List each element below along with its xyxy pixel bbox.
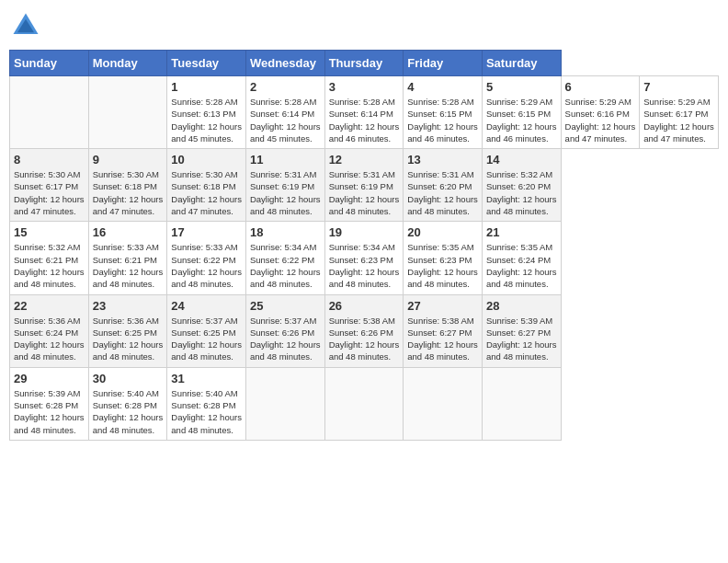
calendar-cell: 17 Sunrise: 5:33 AM Sunset: 6:22 PM Dayl…	[167, 222, 246, 294]
calendar-cell: 1 Sunrise: 5:28 AM Sunset: 6:13 PM Dayli…	[167, 76, 246, 149]
logo	[9, 9, 46, 42]
day-info: Sunrise: 5:30 AM Sunset: 6:18 PM Dayligh…	[171, 168, 242, 217]
day-number: 23	[93, 299, 164, 313]
calendar-cell: 24 Sunrise: 5:37 AM Sunset: 6:25 PM Dayl…	[167, 294, 246, 367]
calendar-cell: 20 Sunrise: 5:35 AM Sunset: 6:23 PM Dayl…	[404, 222, 483, 294]
day-info: Sunrise: 5:30 AM Sunset: 6:18 PM Dayligh…	[93, 168, 164, 217]
calendar-cell: 6 Sunrise: 5:29 AM Sunset: 6:16 PM Dayli…	[561, 76, 640, 149]
day-number: 5	[486, 80, 557, 94]
calendar-cell: 7 Sunrise: 5:29 AM Sunset: 6:17 PM Dayli…	[640, 76, 719, 149]
day-info: Sunrise: 5:38 AM Sunset: 6:26 PM Dayligh…	[329, 315, 400, 363]
calendar-cell	[482, 367, 561, 440]
day-info: Sunrise: 5:33 AM Sunset: 6:22 PM Dayligh…	[171, 241, 242, 290]
day-number: 28	[486, 299, 557, 313]
calendar-cell: 4 Sunrise: 5:28 AM Sunset: 6:15 PM Dayli…	[404, 76, 483, 149]
day-info: Sunrise: 5:31 AM Sunset: 6:19 PM Dayligh…	[250, 168, 321, 217]
calendar-cell: 8 Sunrise: 5:30 AM Sunset: 6:17 PM Dayli…	[10, 149, 89, 222]
day-info: Sunrise: 5:36 AM Sunset: 6:25 PM Dayligh…	[93, 315, 164, 363]
calendar-cell: 9 Sunrise: 5:30 AM Sunset: 6:18 PM Dayli…	[88, 149, 167, 222]
day-number: 17	[171, 225, 242, 239]
day-number: 21	[486, 225, 557, 239]
day-number: 25	[250, 299, 321, 313]
calendar-cell: 14 Sunrise: 5:32 AM Sunset: 6:20 PM Dayl…	[482, 149, 561, 222]
calendar-cell: 28 Sunrise: 5:39 AM Sunset: 6:27 PM Dayl…	[482, 294, 561, 367]
day-number: 1	[171, 80, 242, 94]
calendar-cell: 19 Sunrise: 5:34 AM Sunset: 6:23 PM Dayl…	[324, 222, 404, 294]
calendar-table: SundayMondayTuesdayWednesdayThursdayFrid…	[9, 50, 719, 441]
day-number: 19	[329, 225, 400, 239]
day-number: 6	[565, 80, 636, 94]
calendar-cell: 31 Sunrise: 5:40 AM Sunset: 6:28 PM Dayl…	[167, 367, 246, 440]
header-day-wednesday: Wednesday	[245, 51, 324, 76]
calendar-cell: 15 Sunrise: 5:32 AM Sunset: 6:21 PM Dayl…	[10, 222, 89, 294]
day-info: Sunrise: 5:38 AM Sunset: 6:27 PM Dayligh…	[407, 315, 478, 363]
day-number: 4	[407, 80, 478, 94]
day-number: 31	[171, 372, 242, 385]
day-info: Sunrise: 5:37 AM Sunset: 6:26 PM Dayligh…	[250, 315, 321, 363]
calendar-cell	[88, 76, 167, 149]
day-info: Sunrise: 5:29 AM Sunset: 6:15 PM Dayligh…	[486, 96, 557, 144]
day-info: Sunrise: 5:32 AM Sunset: 6:20 PM Dayligh…	[486, 168, 557, 217]
day-info: Sunrise: 5:35 AM Sunset: 6:24 PM Dayligh…	[486, 241, 557, 290]
day-info: Sunrise: 5:39 AM Sunset: 6:28 PM Dayligh…	[14, 387, 85, 436]
calendar-cell: 3 Sunrise: 5:28 AM Sunset: 6:14 PM Dayli…	[324, 76, 404, 149]
day-info: Sunrise: 5:40 AM Sunset: 6:28 PM Dayligh…	[93, 387, 164, 436]
day-number: 11	[250, 153, 321, 167]
logo-icon	[9, 9, 42, 42]
calendar-cell	[404, 367, 483, 440]
calendar-cell: 29 Sunrise: 5:39 AM Sunset: 6:28 PM Dayl…	[10, 367, 89, 440]
day-number: 22	[14, 299, 85, 313]
calendar-cell: 21 Sunrise: 5:35 AM Sunset: 6:24 PM Dayl…	[482, 222, 561, 294]
calendar-cell: 30 Sunrise: 5:40 AM Sunset: 6:28 PM Dayl…	[88, 367, 167, 440]
day-number: 16	[93, 225, 164, 239]
calendar-cell: 2 Sunrise: 5:28 AM Sunset: 6:14 PM Dayli…	[245, 76, 324, 149]
week-row-4: 22 Sunrise: 5:36 AM Sunset: 6:24 PM Dayl…	[10, 294, 719, 367]
calendar-cell: 13 Sunrise: 5:31 AM Sunset: 6:20 PM Dayl…	[404, 149, 483, 222]
calendar-cell: 26 Sunrise: 5:38 AM Sunset: 6:26 PM Dayl…	[324, 294, 404, 367]
calendar-cell	[324, 367, 404, 440]
day-info: Sunrise: 5:31 AM Sunset: 6:19 PM Dayligh…	[329, 168, 400, 217]
day-number: 12	[329, 153, 400, 167]
day-number: 7	[643, 80, 714, 94]
calendar-cell: 18 Sunrise: 5:34 AM Sunset: 6:22 PM Dayl…	[245, 222, 324, 294]
day-number: 30	[93, 372, 164, 385]
week-row-2: 8 Sunrise: 5:30 AM Sunset: 6:17 PM Dayli…	[10, 149, 719, 222]
day-info: Sunrise: 5:36 AM Sunset: 6:24 PM Dayligh…	[14, 315, 85, 363]
week-row-3: 15 Sunrise: 5:32 AM Sunset: 6:21 PM Dayl…	[10, 222, 719, 294]
day-info: Sunrise: 5:40 AM Sunset: 6:28 PM Dayligh…	[171, 387, 242, 436]
day-info: Sunrise: 5:29 AM Sunset: 6:17 PM Dayligh…	[643, 96, 714, 144]
day-number: 18	[250, 225, 321, 239]
calendar-cell: 5 Sunrise: 5:29 AM Sunset: 6:15 PM Dayli…	[482, 76, 561, 149]
day-info: Sunrise: 5:31 AM Sunset: 6:20 PM Dayligh…	[407, 168, 478, 217]
week-row-5: 29 Sunrise: 5:39 AM Sunset: 6:28 PM Dayl…	[10, 367, 719, 440]
calendar-header: SundayMondayTuesdayWednesdayThursdayFrid…	[10, 51, 719, 76]
day-number: 2	[250, 80, 321, 94]
day-info: Sunrise: 5:28 AM Sunset: 6:14 PM Dayligh…	[250, 96, 321, 144]
header-row: SundayMondayTuesdayWednesdayThursdayFrid…	[10, 51, 719, 76]
header-day-saturday: Saturday	[482, 51, 561, 76]
day-info: Sunrise: 5:28 AM Sunset: 6:14 PM Dayligh…	[329, 96, 400, 144]
calendar-cell: 22 Sunrise: 5:36 AM Sunset: 6:24 PM Dayl…	[10, 294, 89, 367]
calendar-cell	[245, 367, 324, 440]
header-day-tuesday: Tuesday	[167, 51, 246, 76]
day-info: Sunrise: 5:32 AM Sunset: 6:21 PM Dayligh…	[14, 241, 85, 290]
day-number: 27	[407, 299, 478, 313]
calendar-cell: 12 Sunrise: 5:31 AM Sunset: 6:19 PM Dayl…	[324, 149, 404, 222]
day-info: Sunrise: 5:29 AM Sunset: 6:16 PM Dayligh…	[565, 96, 636, 144]
header-day-sunday: Sunday	[10, 51, 89, 76]
header-day-monday: Monday	[88, 51, 167, 76]
day-number: 9	[93, 153, 164, 167]
day-info: Sunrise: 5:37 AM Sunset: 6:25 PM Dayligh…	[171, 315, 242, 363]
day-info: Sunrise: 5:34 AM Sunset: 6:23 PM Dayligh…	[329, 241, 400, 290]
header-day-thursday: Thursday	[324, 51, 404, 76]
calendar-cell: 27 Sunrise: 5:38 AM Sunset: 6:27 PM Dayl…	[404, 294, 483, 367]
calendar-cell: 10 Sunrise: 5:30 AM Sunset: 6:18 PM Dayl…	[167, 149, 246, 222]
calendar-cell	[10, 76, 89, 149]
day-info: Sunrise: 5:28 AM Sunset: 6:13 PM Dayligh…	[171, 96, 242, 144]
day-number: 26	[329, 299, 400, 313]
day-number: 24	[171, 299, 242, 313]
day-number: 8	[14, 153, 85, 167]
day-number: 20	[407, 225, 478, 239]
day-info: Sunrise: 5:33 AM Sunset: 6:21 PM Dayligh…	[93, 241, 164, 290]
day-number: 10	[171, 153, 242, 167]
